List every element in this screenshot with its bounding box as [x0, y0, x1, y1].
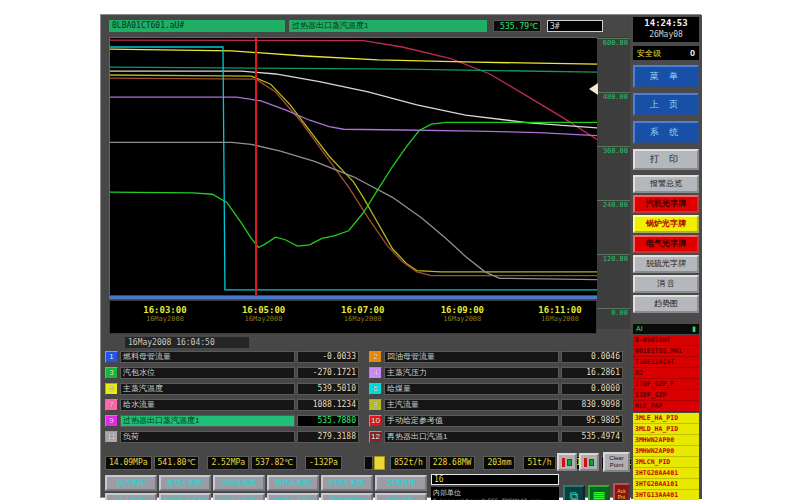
alarm-list-red: B-B9O18HTN01E1TSS.MN1T1BE12ACHTO21IDF_GZ…: [633, 335, 699, 412]
tick-time: 16:05:00: [242, 305, 285, 315]
nav-button[interactable]: 润滑油系统: [213, 475, 265, 491]
trace-row[interactable]: 6 给煤量 0.0000: [369, 383, 623, 395]
alarm-item[interactable]: 1IDF_GZP: [633, 390, 699, 401]
status-value: 2.52MPa: [207, 456, 249, 470]
green-indicator-icon: [589, 459, 594, 466]
series-crimson: [110, 40, 597, 139]
alarm-item[interactable]: 3MHWN2AP00: [633, 446, 699, 457]
alarm-header-indicator-icon: ▮: [692, 324, 696, 334]
trace-row[interactable]: 2 回油母管流量 0.0046: [369, 351, 623, 363]
nav-button[interactable]: 凝结水系统: [159, 475, 211, 491]
alarm-list-header: AI ▮: [633, 324, 699, 334]
nav-button[interactable]: 高加疏水系统: [159, 493, 211, 500]
trace-value: -0.0033: [297, 351, 359, 363]
nav-button[interactable]: 密封油系统: [213, 493, 265, 500]
trace-number-chip: 9: [105, 415, 118, 427]
trace-value: 535.4974: [561, 431, 623, 443]
time-tick: 16:05:00 16May2008: [242, 305, 285, 323]
trace-row[interactable]: 11 负荷 279.3188: [105, 431, 359, 443]
clear-point-button[interactable]: Clear Point: [603, 452, 630, 472]
trace-label: 主蒸汽压力: [384, 367, 559, 379]
trace-current-value: 535.79℃: [493, 20, 541, 32]
trace-value: 0.0000: [561, 383, 623, 395]
sidebar-button[interactable]: 打 印: [633, 149, 699, 170]
alarm-item[interactable]: N01E1TSS.MN1: [633, 346, 699, 357]
trace-label: 主汽流量: [384, 399, 559, 411]
trace-row[interactable]: 3 汽包水位 -270.1721: [105, 367, 359, 379]
security-level: 安全级 0: [633, 46, 699, 60]
trace-row[interactable]: 5 主蒸汽温度 539.5010: [105, 383, 359, 395]
sidebar-button[interactable]: 菜 单: [633, 65, 699, 88]
tick-time: 16:11:00: [538, 305, 581, 315]
alarm-item[interactable]: MLE_PAP: [633, 401, 699, 412]
trace-label: 负荷: [120, 431, 295, 443]
network-icon[interactable]: ⧉: [563, 485, 585, 500]
ack-label-2: Pnt: [615, 494, 628, 500]
series-green: [110, 122, 597, 247]
alarm-item[interactable]: 3MLCN_PID: [633, 457, 699, 468]
trace-value: 0.0046: [561, 351, 623, 363]
page-info-title: 内部单位: [433, 488, 557, 497]
sidebar-button[interactable]: 上 页: [633, 93, 699, 116]
alarm-item[interactable]: 3HTG13AA401: [633, 490, 699, 500]
trace-row[interactable]: 8 主汽流量 830.9098: [369, 399, 623, 411]
trend-plot[interactable]: [109, 37, 597, 295]
sidebar-button[interactable]: 锅炉光字牌: [633, 215, 699, 233]
tick-time: 16:07:00: [341, 305, 384, 315]
trace-number-chip: 5: [105, 383, 118, 395]
time-cursor-line[interactable]: [255, 38, 257, 295]
trace-number-chip: 7: [105, 399, 118, 411]
sidebar-button[interactable]: 报警总览: [633, 175, 699, 193]
sidebar-button[interactable]: 趋势图: [633, 295, 699, 313]
red-indicator-icon: [562, 458, 565, 467]
scale-tick-label: 0.00: [597, 308, 630, 317]
alarm-item[interactable]: T1BE12ACHT: [633, 357, 699, 368]
alarm-item[interactable]: 3HTG20AA401: [633, 468, 699, 479]
green-indicator-icon: [567, 459, 572, 466]
nav-button[interactable]: 抽汽系统: [105, 475, 157, 491]
sidebar-button[interactable]: 系 统: [633, 121, 699, 144]
time-tick: 16:11:00 16May2008: [538, 305, 581, 323]
trace-row[interactable]: 9 过热器出口蒸汽温度1 535.7880: [105, 415, 359, 427]
nav-button[interactable]: 循环水系统: [267, 475, 319, 491]
trace-row[interactable]: 4 主蒸汽压力 16.2861: [369, 367, 623, 379]
command-input[interactable]: 16: [431, 474, 559, 485]
grid-icon[interactable]: ▦: [588, 485, 610, 500]
trace-label: 过热器出口蒸汽温度1: [120, 415, 295, 427]
nav-button[interactable]: 启动趋势: [375, 493, 427, 500]
status-value: 228.68MW: [429, 456, 476, 470]
trace-row[interactable]: 7 给水流量 1088.1234: [105, 399, 359, 411]
nav-button[interactable]: 闭式水系统: [321, 475, 373, 491]
alarm-item[interactable]: O2: [633, 368, 699, 379]
alarm-item[interactable]: 3MHWN2AP00: [633, 435, 699, 446]
clock: 14:24:53 26May08: [633, 17, 699, 42]
scale-tick-label: 360.00: [597, 146, 630, 155]
sidebar-button[interactable]: 电气光字牌: [633, 235, 699, 253]
trace-number-chip: 3: [105, 367, 118, 379]
trace-row[interactable]: 10 手动给定参考值 95.9805: [369, 415, 623, 427]
alarm-item[interactable]: 3HTG20AA101: [633, 479, 699, 490]
alarm-item[interactable]: 1IDF_GZP_F: [633, 379, 699, 390]
trend-toggle-button-1[interactable]: [557, 453, 577, 471]
alarm-list-yellow: 3MLE_HA_PID3MLD_HA_PID3MHWN2AP003MHWN2AP…: [633, 413, 699, 500]
value-marker-arrow-icon[interactable]: [589, 83, 598, 95]
nav-button[interactable]: 给水系统: [105, 493, 157, 500]
alarm-item[interactable]: B-B9O18HT: [633, 335, 699, 346]
tick-date: 16May2008: [441, 315, 484, 323]
nav-button[interactable]: 减温减压器: [321, 493, 373, 500]
nav-button-row-1: 抽汽系统凝结水系统润滑油系统循环水系统闭式水系统CCS操作: [105, 475, 427, 491]
trace-entry-field[interactable]: 3#: [547, 20, 603, 32]
nav-button[interactable]: 开式水系统: [267, 493, 319, 500]
trend-toggle-button-2[interactable]: [579, 453, 599, 471]
red-indicator-icon: [584, 458, 587, 467]
nav-button[interactable]: CCS操作: [375, 475, 427, 491]
sidebar-button[interactable]: 消 音: [633, 275, 699, 293]
trace-row[interactable]: 12 再热器出口汽温1 535.4974: [369, 431, 623, 443]
ack-point-button[interactable]: Ack Pnt: [613, 483, 630, 500]
sidebar-button[interactable]: 汽机光字牌: [633, 195, 699, 213]
sidebar-button[interactable]: 脱硫光字牌: [633, 255, 699, 273]
alarm-item[interactable]: 3MLE_HA_PID: [633, 413, 699, 424]
alarm-item[interactable]: 3MLD_HA_PID: [633, 424, 699, 435]
series-cyan: [110, 47, 597, 290]
trace-row[interactable]: 1 燃料母管流量 -0.0033: [105, 351, 359, 363]
